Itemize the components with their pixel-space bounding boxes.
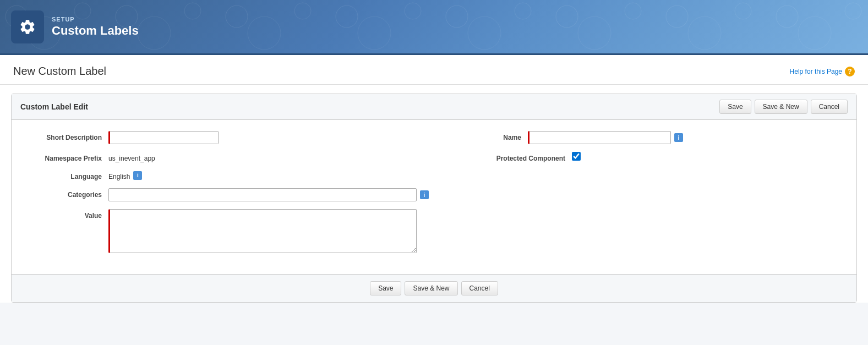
save-button-bottom[interactable]: Save	[370, 281, 401, 295]
categories-field: i	[108, 188, 429, 201]
name-label: Name	[484, 131, 528, 141]
setup-label: SETUP	[52, 16, 139, 23]
name-input[interactable]	[528, 131, 671, 144]
page-header: SETUP Custom Labels	[0, 0, 868, 55]
page-title: New Custom Label	[13, 65, 106, 78]
categories-label: Categories	[20, 188, 108, 199]
form-col-right: Name i Protected Component	[451, 131, 848, 261]
save-new-button-top[interactable]: Save & New	[755, 100, 807, 114]
save-button-top[interactable]: Save	[719, 100, 751, 114]
short-description-row: Short Description	[20, 131, 451, 144]
header-title: Custom Labels	[52, 24, 139, 38]
categories-input[interactable]	[108, 188, 417, 201]
help-icon: ?	[845, 67, 855, 76]
form-footer: Save Save & New Cancel	[12, 274, 856, 302]
save-new-button-bottom[interactable]: Save & New	[405, 281, 457, 295]
language-info-icon[interactable]: i	[133, 171, 142, 180]
custom-label-edit-section: Custom Label Edit Save Save & New Cancel…	[11, 94, 857, 303]
form-two-col: Short Description Namespace Prefix us_in…	[20, 131, 848, 261]
cancel-button-top[interactable]: Cancel	[811, 100, 848, 114]
namespace-prefix-value: us_inevent_app	[108, 152, 155, 162]
form-header-buttons: Save Save & New Cancel	[719, 100, 848, 114]
form-col-left: Short Description Namespace Prefix us_in…	[20, 131, 451, 261]
header-text: SETUP Custom Labels	[52, 16, 139, 38]
name-field: i	[528, 131, 826, 144]
short-description-input[interactable]	[108, 131, 219, 144]
name-row: Name i	[451, 131, 848, 144]
value-row: Value	[20, 209, 451, 253]
form-body: Short Description Namespace Prefix us_in…	[12, 120, 856, 274]
name-info-icon[interactable]: i	[674, 133, 683, 142]
protected-component-label: Protected Component	[484, 152, 572, 162]
form-section-title: Custom Label Edit	[20, 102, 88, 111]
protected-component-checkbox[interactable]	[572, 152, 581, 161]
value-field	[108, 209, 429, 253]
cancel-button-bottom[interactable]: Cancel	[461, 281, 498, 295]
categories-info-icon[interactable]: i	[420, 190, 429, 199]
setup-icon	[11, 10, 44, 43]
language-label: Language	[20, 170, 108, 180]
namespace-prefix-label: Namespace Prefix	[20, 152, 108, 162]
categories-row: Categories i	[20, 188, 451, 201]
help-link[interactable]: Help for this Page ?	[790, 67, 855, 76]
language-field: English i	[108, 170, 429, 180]
namespace-prefix-row: Namespace Prefix us_inevent_app	[20, 152, 451, 162]
namespace-prefix-field: us_inevent_app	[108, 152, 429, 162]
page-header-bar: New Custom Label Help for this Page ?	[0, 55, 868, 85]
value-input[interactable]	[108, 209, 417, 253]
value-label: Value	[20, 209, 108, 220]
help-link-text: Help for this Page	[790, 68, 842, 75]
short-description-label: Short Description	[20, 131, 108, 141]
language-value: English	[108, 170, 130, 180]
form-section-header: Custom Label Edit Save Save & New Cancel	[12, 94, 856, 120]
protected-component-field	[572, 152, 826, 161]
protected-component-row: Protected Component	[451, 152, 848, 162]
language-row: Language English i	[20, 170, 451, 180]
short-description-field	[108, 131, 429, 144]
page-content: New Custom Label Help for this Page ? Cu…	[0, 55, 868, 303]
